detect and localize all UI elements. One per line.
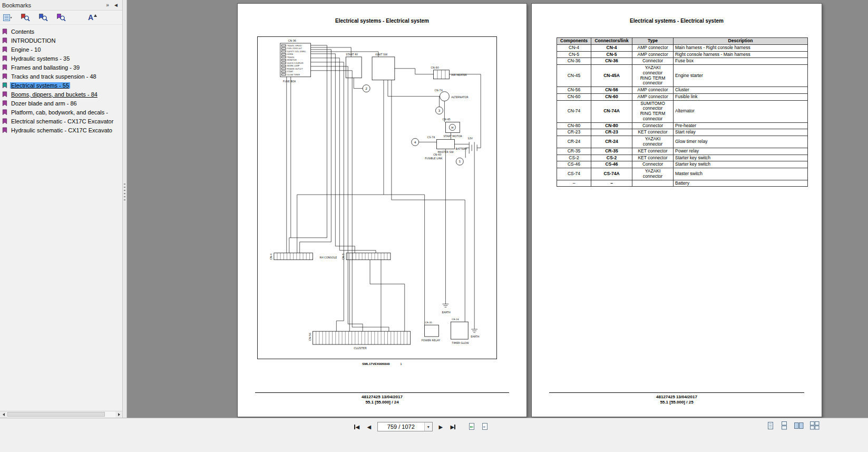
table-row: CN-4 CN-4 AMP connector Main harness - R… (557, 44, 808, 51)
bookmark-magnifier-purple-icon (56, 13, 66, 22)
table-header-cell: Description (674, 38, 808, 45)
table-row: CN-45 CN-45A YAZAKI connector RING TERM … (557, 65, 808, 87)
bookmark-item[interactable]: Dozer blade and arm - 86 (0, 99, 122, 108)
page-dropdown-button[interactable]: ▾ (424, 422, 432, 431)
bookmark-magnifier-blue-button[interactable] (38, 13, 48, 22)
first-page-button[interactable]: ◀ (353, 422, 361, 431)
view-history-buttons (467, 422, 489, 431)
cell-description: Power relay (674, 148, 808, 155)
page-navigation: ◀ ◀ ▾ ▶ ▶ (353, 421, 489, 432)
panel-splitter[interactable] (123, 0, 127, 418)
table-row: CN-80 CN-80 Connector Pre-heater (557, 122, 808, 129)
table-row: CS-74 CS-74A YAZAKI connector Master swi… (557, 168, 808, 180)
table-row: CN-5 CN-5 AMP connector Right console ha… (557, 51, 808, 58)
table-row: – – Battery (557, 180, 808, 187)
bookmark-item[interactable]: Booms, dippers, and buckets - 84 (0, 90, 122, 99)
cell-type: AMP connector (632, 87, 674, 94)
previous-page-button[interactable]: ◀ (365, 422, 373, 431)
svg-text:CR-35: CR-35 (425, 321, 432, 324)
bookmarks-options-button[interactable] (3, 13, 13, 22)
text-size-button[interactable]: A (87, 13, 97, 22)
two-page-view-button[interactable] (794, 421, 804, 430)
next-page-arrow-icon: ▶ (438, 424, 443, 430)
two-page-continuous-view-icon (810, 421, 820, 430)
bookmark-flag-icon (2, 82, 8, 89)
cell-type: Connector (632, 161, 674, 168)
table-body: CN-4 CN-4 AMP connector Main harness - R… (557, 44, 808, 187)
svg-text:SAFETY SOL EMRG: SAFETY SOL EMRG (287, 50, 306, 53)
panel-menu-chevrons-icon[interactable]: » (103, 2, 112, 8)
figure-number: 1 (400, 362, 402, 366)
svg-text:QUICK COUPLER: QUICK COUPLER (287, 62, 304, 64)
bookmark-item[interactable]: Contents (0, 27, 122, 36)
bookmark-magnifier-red-icon (21, 13, 30, 22)
first-page-arrow-icon: ◀ (355, 424, 359, 430)
scroll-left-button[interactable] (0, 411, 7, 418)
cell-component: CN-56 (557, 87, 591, 94)
bookmark-item[interactable]: Platform, cab, bodywork, and decals - (0, 108, 122, 117)
wiring-diagram-svg: M2341CN-36TRAVEL SPEEDFUEL FEED ALTSAFET… (258, 37, 496, 359)
cell-type: Connector (632, 58, 674, 65)
table-header-row: Components Connectors/link Type Descript… (557, 38, 808, 45)
page-ref: 55.1 [55.000] / 25 (549, 400, 804, 405)
bookmark-item[interactable]: Tracks and track suspension - 48 (0, 72, 122, 81)
bookmark-item[interactable]: Hydraulic systems - 35 (0, 54, 122, 63)
two-page-continuous-view-button[interactable] (810, 421, 820, 430)
scrollbar-track[interactable] (7, 411, 115, 418)
single-page-view-button[interactable] (767, 421, 774, 430)
bookmark-magnifier-blue-icon (38, 13, 48, 22)
bookmark-list: Contents INTRODUCTION (0, 25, 122, 411)
last-page-bar-icon (454, 425, 455, 429)
bottom-toolbar: ◀ ◀ ▾ ▶ ▶ (0, 418, 868, 452)
svg-text:START MOTOR: START MOTOR (443, 134, 462, 138)
svg-text:MONITOR: MONITOR (287, 59, 297, 61)
svg-text:IGNIT SW: IGNIT SW (375, 53, 387, 56)
table-row: CR-23 CR-23 KET connector Start relay (557, 129, 808, 136)
svg-text:EARTH: EARTH (442, 311, 451, 314)
page-number-box: ▾ (377, 422, 433, 431)
svg-text:BATTERY: BATTERY (456, 147, 468, 150)
bookmark-magnifier-red-button[interactable] (20, 13, 31, 22)
bookmark-label: INTRODUCTION (10, 37, 56, 44)
sidebar-horizontal-scrollbar[interactable] (0, 411, 122, 418)
svg-text:START: START (287, 70, 294, 73)
bookmark-item[interactable]: Electrical schematic - CX17C Excavator (0, 117, 122, 126)
svg-text:CR-24: CR-24 (452, 318, 459, 321)
bookmark-item[interactable]: Electrical systems - 55 (0, 81, 122, 90)
bookmark-flag-icon (2, 118, 8, 124)
cell-connector: CS-74A (591, 168, 632, 180)
table-header-cell: Type (632, 38, 674, 45)
bookmark-label: Electrical systems - 55 (10, 82, 70, 89)
continuous-view-button[interactable] (781, 421, 788, 430)
next-page-button[interactable]: ▶ (437, 422, 445, 431)
svg-text:ALTERNATOR: ALTERNATOR (451, 95, 469, 99)
cell-connector: CN-36 (591, 58, 632, 65)
previous-view-button[interactable] (467, 422, 476, 431)
scrollbar-thumb[interactable] (7, 412, 105, 417)
last-page-button[interactable]: ▶ (449, 422, 457, 431)
page-number-input[interactable] (378, 422, 424, 431)
bookmark-label: Hydraulic systems - 35 (10, 55, 71, 62)
bookmark-item[interactable]: Frames and ballasting - 39 (0, 63, 122, 72)
bookmark-magnifier-purple-button[interactable] (56, 13, 66, 22)
cell-type: KET connector (632, 129, 674, 136)
bookmark-label: Platform, cab, bodywork, and decals - (10, 109, 109, 116)
svg-text:FUSE BOX: FUSE BOX (283, 80, 296, 83)
document-area: Electrical systems - Electrical system M… (127, 0, 868, 418)
table-row: CN-74 CN-74A SUMITOMO connector RING TER… (557, 100, 808, 122)
svg-text:TIMER GLOW: TIMER GLOW (451, 341, 469, 344)
bookmark-item[interactable]: Engine - 10 (0, 45, 122, 54)
cell-component: CS-46 (557, 161, 591, 168)
table-row: CN-36 CN-36 Connector Fuse box (557, 58, 808, 65)
bookmark-flag-icon (2, 109, 8, 116)
next-view-button[interactable] (481, 422, 489, 431)
cell-description: Start relay (674, 129, 808, 136)
svg-text:CN-36: CN-36 (288, 39, 296, 42)
collapse-panel-icon[interactable]: ◄ (112, 2, 120, 8)
cell-type: YAZAKI connector (632, 136, 674, 148)
page-left: Electrical systems - Electrical system M… (237, 3, 527, 417)
bookmark-item[interactable]: INTRODUCTION (0, 36, 122, 45)
scroll-right-button[interactable] (115, 411, 122, 418)
cell-type: SUMITOMO connector RING TERM connector (632, 100, 674, 122)
bookmark-item[interactable]: Hydraulic schematic - CX17C Excavato (0, 126, 122, 134)
